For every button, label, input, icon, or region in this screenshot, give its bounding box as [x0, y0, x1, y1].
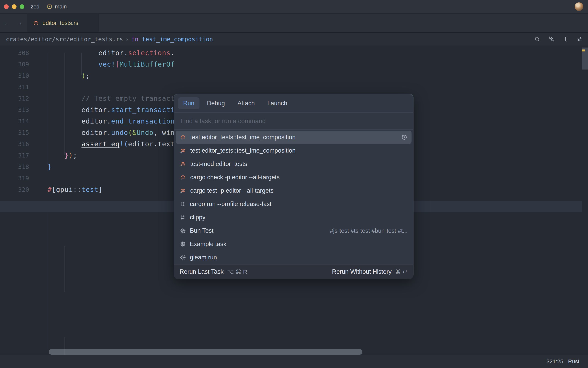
task-label: test editor_tests::test_ime_composition	[190, 147, 295, 154]
task-item[interactable]: cargo check -p editor --all-targets	[176, 171, 411, 184]
line-number[interactable]: 314	[0, 115, 29, 127]
tab-editor-tests[interactable]: editor_tests.rs	[27, 14, 99, 32]
line-number[interactable]: 315	[0, 127, 29, 138]
code-line[interactable]: 310 );	[0, 70, 582, 81]
code-text: editor.end_transaction	[47, 115, 175, 127]
code-text: assert_eq!(editor.text	[47, 138, 175, 150]
breadcrumb[interactable]: crates/editor/src/editor_tests.rs›fn tes…	[6, 36, 213, 43]
task-label: Example task	[190, 240, 226, 248]
repo-icon	[47, 4, 52, 10]
branch-selector[interactable]: main	[47, 4, 67, 10]
task-item[interactable]: gleam run	[176, 251, 411, 264]
line-number[interactable]: 313	[0, 104, 29, 115]
line-number[interactable]: 312	[0, 93, 29, 104]
code-text: editor.start_transacti	[47, 104, 175, 115]
zoom-window-button[interactable]	[20, 4, 24, 9]
list-tree-icon	[180, 201, 186, 207]
task-label: test editor_tests::test_ime_composition	[190, 134, 295, 141]
ibeam-cursor-button[interactable]	[560, 34, 571, 44]
window-controls	[4, 4, 24, 9]
task-item[interactable]: Bun Test#js-test #ts-test #bun-test #t..…	[176, 224, 411, 237]
rerun-last-task-shortcut: ⌥ ⌘ R	[227, 268, 247, 275]
language-selector[interactable]: Rust	[568, 358, 579, 365]
nav-back-button[interactable]: ←	[4, 19, 10, 27]
gear-icon	[180, 254, 186, 261]
code-text: #[gpui::test]	[47, 184, 103, 195]
modal-tab-launch[interactable]: Launch	[262, 97, 293, 109]
gear-icon	[180, 241, 186, 247]
line-number[interactable]: 310	[0, 70, 29, 81]
task-label: clippy	[190, 214, 205, 221]
line-number[interactable]: 319	[0, 172, 29, 184]
close-window-button[interactable]	[4, 4, 9, 9]
rust-test-icon	[180, 147, 186, 154]
list-tree-icon	[180, 214, 186, 221]
search-icon	[534, 36, 541, 42]
status-bar-right: 321:25 Rust	[547, 358, 584, 365]
task-item[interactable]: test-mod editor_tests	[176, 157, 411, 171]
indent-guide	[65, 246, 65, 292]
rust-test-icon	[180, 134, 186, 141]
gear-icon	[180, 228, 186, 234]
task-item[interactable]: clippy	[176, 211, 411, 224]
line-number[interactable]: 320	[0, 184, 29, 195]
line-number[interactable]: 308	[0, 47, 29, 58]
indent-guide	[47, 212, 48, 349]
horizontal-scrollbar[interactable]	[49, 349, 362, 355]
vertical-scrollbar[interactable]	[582, 46, 588, 355]
code-line[interactable]: 311	[0, 81, 582, 93]
task-item[interactable]: test editor_tests::test_ime_composition	[176, 131, 411, 144]
line-number[interactable]: 309	[0, 58, 29, 70]
zed-window: zed main ← → editor_tests.rs	[0, 0, 588, 368]
project-name[interactable]: zed	[31, 4, 39, 10]
line-number[interactable]: 316	[0, 138, 29, 150]
task-item[interactable]: cargo run --profile release-fast	[176, 197, 411, 211]
sparkles-button[interactable]	[546, 34, 557, 44]
modal-tab-attach[interactable]: Attach	[232, 97, 260, 109]
status-bar: 321:25 Rust	[0, 355, 588, 368]
task-item[interactable]: test editor_tests::test_ime_composition	[176, 144, 411, 157]
sparkles-icon	[548, 36, 555, 42]
task-item[interactable]: Example task	[176, 237, 411, 251]
task-modal-tabs: RunDebugAttachLaunch	[174, 94, 413, 113]
code-line[interactable]: 309 vec![MultiBufferOf	[0, 58, 582, 70]
ibeam-cursor-icon	[562, 36, 569, 42]
task-modal-footer: Rerun Last Task ⌥ ⌘ R Rerun Without Hist…	[174, 264, 413, 279]
rust-test-icon	[180, 174, 186, 181]
code-text: );	[47, 70, 90, 81]
task-label: Bun Test	[190, 227, 213, 234]
line-number[interactable]: 317	[0, 150, 29, 161]
rerun-last-task-button[interactable]: Rerun Last Task ⌥ ⌘ R	[180, 268, 247, 275]
task-label: cargo run --profile release-fast	[190, 201, 271, 208]
branch-name: main	[55, 4, 67, 10]
code-text: });	[47, 150, 77, 161]
cursor-position[interactable]: 321:25	[547, 358, 563, 365]
avatar[interactable]	[575, 2, 583, 11]
modal-tab-debug[interactable]: Debug	[202, 97, 230, 109]
line-number[interactable]: 318	[0, 161, 29, 172]
line-number[interactable]: 311	[0, 81, 29, 93]
task-label: gleam run	[190, 254, 217, 261]
task-label: cargo check -p editor --all-targets	[190, 174, 280, 181]
tab-bar: ← → editor_tests.rs	[0, 14, 588, 33]
rust-test-icon	[180, 161, 186, 167]
tab-label: editor_tests.rs	[42, 20, 78, 26]
task-label: test-mod editor_tests	[190, 160, 247, 167]
code-text: }	[47, 161, 52, 172]
toolbar-icons	[532, 34, 585, 44]
title-bar: zed main	[0, 0, 588, 14]
search-button[interactable]	[532, 34, 542, 44]
sliders-icon	[577, 36, 583, 42]
code-editor[interactable]: 308 editor.selections.309 vec![MultiBuff…	[0, 46, 588, 355]
task-search-input[interactable]: Find a task, or run a command	[174, 113, 413, 130]
minimize-window-button[interactable]	[12, 4, 17, 9]
rerun-without-history-button[interactable]: Rerun Without History ⌘ ↵	[332, 268, 408, 275]
task-tags: #js-test #ts-test #bun-test #t...	[330, 227, 408, 234]
task-item[interactable]: cargo test -p editor --all-targets	[176, 184, 411, 197]
nav-forward-button[interactable]: →	[17, 19, 23, 27]
modal-tab-run[interactable]: Run	[178, 97, 199, 109]
sliders-button[interactable]	[575, 34, 585, 44]
rerun-without-history-shortcut: ⌘ ↵	[395, 268, 408, 275]
rust-crab-icon	[33, 20, 39, 26]
code-line[interactable]: 308 editor.selections.	[0, 47, 582, 58]
